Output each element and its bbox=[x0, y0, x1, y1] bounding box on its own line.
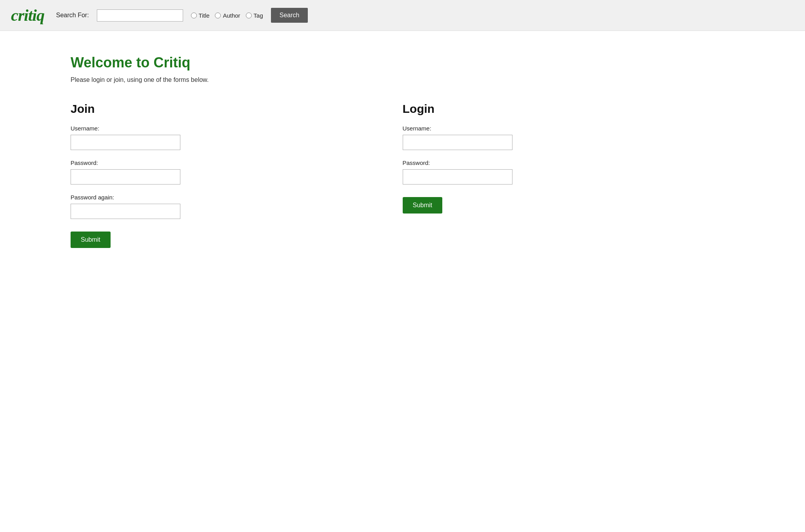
welcome-subtitle: Please login or join, using one of the f… bbox=[71, 76, 734, 83]
join-password-again-group: Password again: bbox=[71, 194, 403, 219]
radio-author-label: Author bbox=[223, 12, 240, 19]
logo[interactable]: critiq bbox=[11, 7, 44, 24]
login-form-section: Login Username: Password: Submit bbox=[403, 102, 735, 248]
search-for-label: Search For: bbox=[56, 12, 89, 19]
radio-option-tag[interactable]: Tag bbox=[246, 12, 263, 19]
join-password-group: Password: bbox=[71, 159, 403, 185]
login-title: Login bbox=[403, 102, 735, 116]
radio-author[interactable] bbox=[215, 13, 221, 18]
header: critiq Search For: Title Author Tag Sear… bbox=[0, 0, 805, 31]
main-content: Welcome to Critiq Please login or join, … bbox=[0, 31, 805, 279]
join-username-group: Username: bbox=[71, 125, 403, 150]
search-button[interactable]: Search bbox=[271, 8, 308, 23]
join-password-again-label: Password again: bbox=[71, 194, 403, 201]
forms-container: Join Username: Password: Password again:… bbox=[71, 102, 734, 248]
radio-option-title[interactable]: Title bbox=[191, 12, 210, 19]
login-password-input[interactable] bbox=[403, 169, 512, 185]
radio-tag[interactable] bbox=[246, 13, 252, 18]
join-username-input[interactable] bbox=[71, 135, 180, 150]
login-username-input[interactable] bbox=[403, 135, 512, 150]
search-input[interactable] bbox=[97, 9, 183, 22]
welcome-title: Welcome to Critiq bbox=[71, 54, 734, 71]
join-username-label: Username: bbox=[71, 125, 403, 132]
login-password-label: Password: bbox=[403, 159, 735, 166]
login-username-label: Username: bbox=[403, 125, 735, 132]
join-form-section: Join Username: Password: Password again:… bbox=[71, 102, 403, 248]
join-title: Join bbox=[71, 102, 403, 116]
login-submit-button[interactable]: Submit bbox=[403, 197, 443, 214]
join-password-label: Password: bbox=[71, 159, 403, 166]
join-password-again-input[interactable] bbox=[71, 204, 180, 219]
login-password-group: Password: bbox=[403, 159, 735, 185]
radio-title-label: Title bbox=[199, 12, 210, 19]
join-password-input[interactable] bbox=[71, 169, 180, 185]
join-submit-button[interactable]: Submit bbox=[71, 232, 111, 248]
radio-title[interactable] bbox=[191, 13, 197, 18]
radio-option-author[interactable]: Author bbox=[215, 12, 240, 19]
login-username-group: Username: bbox=[403, 125, 735, 150]
radio-tag-label: Tag bbox=[254, 12, 263, 19]
search-radio-group: Title Author Tag bbox=[191, 12, 263, 19]
